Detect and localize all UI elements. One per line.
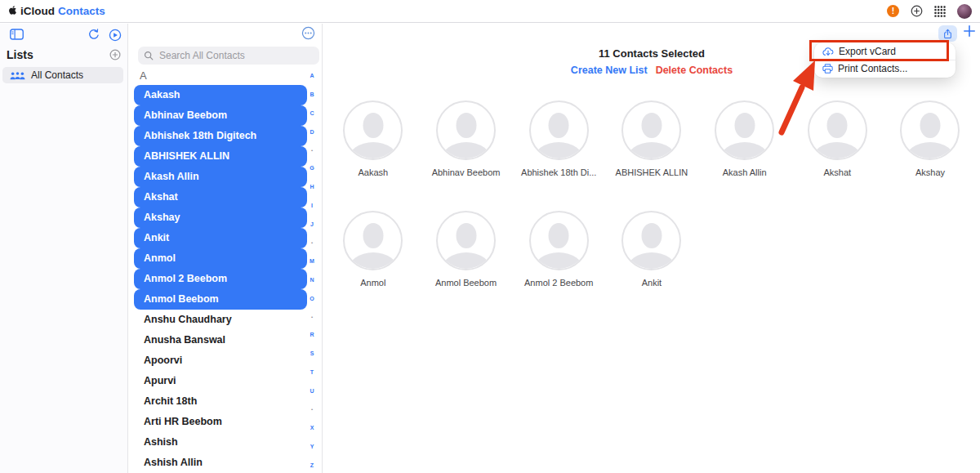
contact-card[interactable]: Anmol Beebom <box>420 211 513 288</box>
contact-list-item[interactable]: Aakash <box>134 85 307 105</box>
contact-card[interactable]: Ankit <box>605 211 698 288</box>
contact-list-item[interactable]: Abhinav Beebom <box>134 105 307 126</box>
add-contact-icon[interactable] <box>964 25 975 37</box>
contact-avatar-placeholder <box>900 100 960 160</box>
index-letter[interactable]: G <box>310 165 314 171</box>
contact-list-item[interactable]: Akash Allin <box>134 167 307 187</box>
index-letter[interactable]: M <box>310 258 314 264</box>
contact-list-item[interactable]: Apoorvi <box>134 350 307 371</box>
contact-name: Anmol 2 Beebom <box>144 273 227 284</box>
menu-item-print-contacts[interactable]: Print Contacts... <box>814 60 956 77</box>
contact-card[interactable]: Abhishek 18th Di... <box>512 100 605 177</box>
contact-card[interactable]: Akshay <box>884 100 977 177</box>
index-letter[interactable]: X <box>310 425 314 431</box>
index-letter[interactable]: B <box>310 91 314 97</box>
search-icon <box>144 51 154 60</box>
contact-list-item[interactable]: Akshat <box>134 187 307 207</box>
index-letter[interactable]: Y <box>310 444 314 449</box>
apps-grid-icon[interactable] <box>934 6 946 17</box>
contact-card[interactable]: ABHISHEK ALLIN <box>605 100 698 177</box>
share-button[interactable] <box>938 25 957 42</box>
apple-logo-icon <box>8 6 17 16</box>
contact-card[interactable]: Abhinav Beebom <box>420 100 513 177</box>
people-icon <box>10 71 25 80</box>
main-area: 11 Contacts Selected Create New ListDele… <box>323 24 980 473</box>
contact-list-item[interactable]: Anshu Chaudhary <box>134 310 307 330</box>
index-letter[interactable]: A <box>310 73 314 78</box>
contact-name: Ashish Allin <box>144 457 203 468</box>
contact-name: Akshay <box>144 212 180 223</box>
contact-list-item[interactable]: Anusha Banswal <box>134 330 307 350</box>
contact-avatar-placeholder <box>621 100 681 160</box>
add-list-icon[interactable] <box>109 49 121 60</box>
contact-name: Anmol <box>144 252 176 264</box>
search-input[interactable] <box>158 49 314 62</box>
alert-icon[interactable]: ! <box>887 5 899 17</box>
alphabet-index: A B C D • G H I J • M N <box>307 73 317 468</box>
index-letter[interactable]: Z <box>310 462 314 468</box>
contact-name: Archit 18th <box>144 395 197 407</box>
icloud-contacts-window: iCloud Contacts ! <box>0 0 980 473</box>
create-new-list-link[interactable]: Create New List <box>571 65 648 76</box>
index-letter[interactable]: T <box>310 369 314 375</box>
user-avatar[interactable] <box>957 4 972 19</box>
contact-name: Akshat <box>144 191 178 203</box>
index-letter[interactable]: • <box>311 240 313 245</box>
contact-card[interactable]: Akshat <box>791 100 884 177</box>
annotation-highlight-box <box>809 40 949 61</box>
refresh-icon[interactable] <box>88 29 100 40</box>
more-options-icon[interactable] <box>301 26 315 40</box>
contact-list-item[interactable]: Ankit <box>134 228 307 248</box>
index-letter[interactable]: C <box>310 110 314 116</box>
contact-avatar-placeholder <box>621 211 681 270</box>
contact-list: Aakash Abhinav Beebom Abhishek 18th Digi… <box>134 85 307 473</box>
contact-card[interactable]: Aakash <box>327 100 420 177</box>
brand[interactable]: iCloud Contacts <box>8 5 105 17</box>
forward-circle-icon[interactable] <box>109 29 122 42</box>
contact-card[interactable]: Anmol 2 Beebom <box>512 211 605 288</box>
contact-card-name: Anmol <box>327 278 420 288</box>
index-letter[interactable]: I <box>311 203 313 208</box>
toggle-sidebar-icon[interactable] <box>10 29 24 40</box>
contact-card-name: Ankit <box>605 278 698 288</box>
index-letter[interactable]: D <box>310 129 314 135</box>
contact-list-item[interactable]: Apurvi <box>134 371 307 391</box>
index-letter[interactable]: N <box>310 277 314 283</box>
contact-list-item[interactable]: Archit 18th <box>134 391 307 412</box>
contact-card[interactable]: Akash Allin <box>698 100 791 177</box>
contact-card-name: Akshay <box>884 167 977 177</box>
search-box <box>138 47 319 65</box>
contact-avatar-placeholder <box>436 100 496 160</box>
contact-list-item[interactable]: Abhishek 18th Digitech <box>134 126 307 146</box>
contact-name: Ankit <box>144 232 169 243</box>
contact-card-name: Abhishek 18th Di... <box>512 167 605 177</box>
sidebar: Lists All Contacts <box>0 24 128 473</box>
contact-list-item[interactable]: Anmol 2 Beebom <box>134 269 307 289</box>
contact-list-column: A Aakash Abhinav Beebom Abhishek 18th Di… <box>129 24 323 473</box>
index-letter[interactable]: H <box>310 184 314 190</box>
brand-name: iCloud <box>20 5 55 17</box>
index-letter[interactable]: R <box>310 332 314 337</box>
delete-contacts-link[interactable]: Delete Contacts <box>656 65 733 76</box>
index-letter[interactable]: U <box>310 388 314 394</box>
section-header: A <box>140 69 147 82</box>
contact-card-name: Akshat <box>791 167 884 177</box>
index-letter[interactable]: S <box>310 350 314 356</box>
index-letter[interactable]: • <box>311 148 313 153</box>
contact-list-item[interactable]: ABHISHEK ALLIN <box>134 146 307 167</box>
sidebar-item-all-contacts[interactable]: All Contacts <box>2 67 123 83</box>
contact-card-name: Aakash <box>327 167 420 177</box>
index-letter[interactable]: • <box>311 315 313 319</box>
contact-list-item[interactable]: Ashish Allin <box>134 453 307 473</box>
index-letter[interactable]: • <box>311 407 313 412</box>
contact-card[interactable]: Anmol <box>327 211 420 288</box>
contact-list-item[interactable]: Akshay <box>134 207 307 228</box>
contact-list-item[interactable]: Anmol Beebom <box>134 289 307 310</box>
index-letter[interactable]: O <box>310 296 314 301</box>
contact-list-item[interactable]: Ashish <box>134 432 307 453</box>
add-circle-icon[interactable] <box>911 5 923 17</box>
contact-list-item[interactable]: Anmol <box>134 248 307 269</box>
contact-card-name: ABHISHEK ALLIN <box>605 167 698 177</box>
index-letter[interactable]: J <box>310 221 314 227</box>
contact-list-item[interactable]: Arti HR Beebom <box>134 412 307 432</box>
